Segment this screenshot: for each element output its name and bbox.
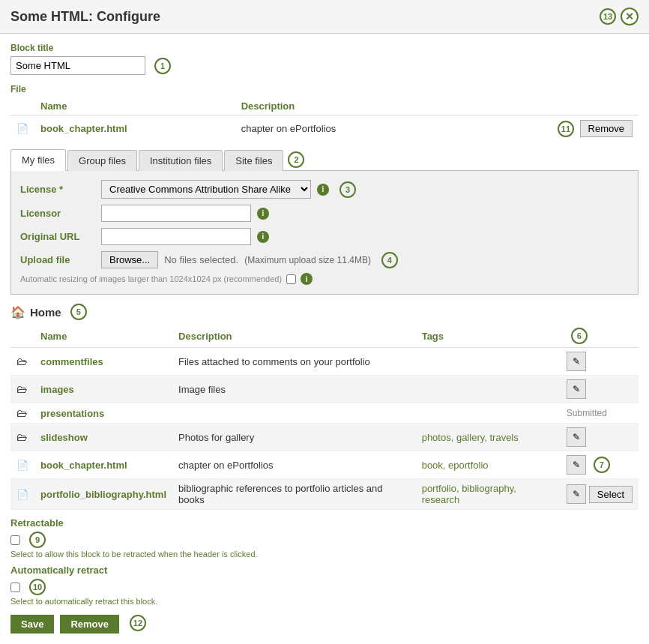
file-type-cell	[10, 424, 34, 451]
current-file-desc: chapter on ePortfolios	[235, 115, 453, 142]
max-upload-text: (Maximum upload size 11.4MB)	[244, 255, 371, 265]
license-label: License	[20, 184, 95, 195]
file-table: Name Description book_chapter.html chapt…	[10, 97, 639, 142]
dialog-title: Some HTML: Configure	[10, 9, 160, 25]
file-tags-cell	[416, 376, 561, 403]
file-actions-cell: ✎	[561, 424, 639, 451]
file-desc-cell: bibliographic references to portfolio ar…	[172, 479, 416, 510]
licensor-input[interactable]	[101, 205, 251, 222]
home-title: Home	[30, 306, 61, 319]
folder-icon	[16, 408, 27, 419]
original-url-row: Original URL i	[20, 228, 629, 245]
auto-resize-text: Automatic resizing of images larger than…	[20, 274, 282, 283]
current-file-row: book_chapter.html chapter on ePortfolios…	[10, 115, 639, 142]
retractable-check-row: 9	[10, 532, 639, 548]
pencil-icon: ✎	[573, 356, 580, 367]
select-button[interactable]: Select	[589, 486, 633, 503]
auto-retract-desc: Select to automatically retract this blo…	[10, 597, 639, 606]
file-tags: photos, gallery, travels	[422, 432, 519, 443]
file-actions-cell: Submitted	[561, 403, 639, 424]
tab-institution-files[interactable]: Institution files	[139, 150, 223, 171]
close-button[interactable]: ✕	[621, 7, 639, 25]
edit-button[interactable]: ✎	[567, 427, 586, 447]
file-actions-cell: ✎Select	[561, 479, 639, 510]
file-tags: book, eportfolio	[422, 460, 489, 471]
file-section-label: File	[10, 84, 639, 94]
no-files-text: No files selected.	[164, 254, 238, 265]
dialog-badge: 13	[600, 8, 616, 25]
home-section: 🏠 Home 5 Name Description Tags 6	[10, 304, 639, 510]
retractable-checkbox[interactable]	[10, 535, 20, 545]
remove-button[interactable]: Remove	[60, 615, 119, 634]
files-table: Name Description Tags 6 commentfiles Fil…	[10, 325, 639, 510]
file-link[interactable]: presentations	[40, 408, 104, 419]
footer-badge: 12	[130, 615, 146, 631]
type-col	[10, 325, 34, 348]
block-title-label: Block title	[10, 43, 639, 53]
table-row: portfolio_bibliography.html bibliographi…	[10, 479, 639, 510]
file-link[interactable]: book_chapter.html	[40, 460, 127, 471]
table-row: slideshow Photos for gallery photos, gal…	[10, 424, 639, 451]
tab-site-files[interactable]: Site files	[224, 150, 283, 171]
dialog-body: Block title 1 File Name Description	[0, 34, 649, 643]
edit-button[interactable]: ✎	[567, 352, 586, 371]
licensor-label: Licensor	[20, 208, 95, 219]
table-row: images Image files ✎	[10, 376, 639, 403]
retractable-desc: Select to allow this block to be retract…	[10, 550, 639, 559]
browse-button[interactable]: Browse...	[101, 251, 158, 268]
edit-button[interactable]: ✎	[567, 379, 586, 399]
save-button[interactable]: Save	[10, 615, 54, 634]
retractable-label: Retractable	[10, 517, 639, 529]
original-url-input[interactable]	[101, 228, 251, 245]
submitted-badge: Submitted	[567, 408, 607, 418]
auto-resize-row: Automatic resizing of images larger than…	[20, 273, 629, 285]
remove-badge: 11	[558, 121, 574, 137]
file-link[interactable]: commentfiles	[40, 356, 103, 367]
file-name-cell: presentations	[34, 403, 172, 424]
auto-retract-badge: 10	[29, 579, 46, 595]
file-type-cell	[10, 376, 34, 403]
file-badge: 7	[594, 457, 610, 473]
license-select[interactable]: Creative Commons Attribution Share Alike…	[101, 180, 311, 199]
license-row: License Creative Commons Attribution Sha…	[20, 180, 629, 199]
file-type-cell	[10, 348, 34, 376]
dialog-header: Some HTML: Configure 13 ✕	[0, 0, 649, 34]
file-link[interactable]: images	[40, 384, 74, 395]
file-tags-cell: portfolio, bibliography, research	[416, 479, 561, 510]
file-actions-cell: ✎	[561, 376, 639, 403]
table-row: presentations Submitted	[10, 403, 639, 424]
auto-resize-checkbox[interactable]	[286, 274, 296, 284]
block-title-badge: 1	[154, 58, 171, 74]
file-tags: portfolio, bibliography, research	[422, 483, 516, 505]
file-section: File Name Description book_chapter.html …	[10, 84, 639, 142]
folder-icon	[16, 356, 27, 367]
name-header: Name	[34, 325, 172, 348]
table-row: book_chapter.html chapter on ePortfolios…	[10, 451, 639, 479]
table-row: commentfiles Files attached to comments …	[10, 348, 639, 376]
file-link[interactable]: portfolio_bibliography.html	[40, 489, 166, 500]
file-actions-cell: ✎	[561, 348, 639, 376]
file-name-header: Name	[34, 97, 235, 115]
edit-button[interactable]: ✎	[567, 484, 586, 504]
file-actions-cell: ✎7	[561, 451, 639, 479]
file-desc-cell	[172, 403, 416, 424]
tab-group-files[interactable]: Group files	[67, 150, 137, 171]
upload-label: Upload file	[20, 254, 95, 265]
file-link[interactable]: slideshow	[40, 432, 88, 443]
tags-header: Tags	[416, 325, 561, 348]
file-name-cell: slideshow	[34, 424, 172, 451]
upload-row: Upload file Browse... No files selected.…	[20, 251, 629, 268]
original-url-label: Original URL	[20, 231, 95, 242]
file-remove-button[interactable]: Remove	[580, 120, 633, 137]
pencil-icon: ✎	[573, 460, 580, 470]
auto-resize-info-icon: i	[301, 273, 313, 285]
block-title-input[interactable]	[10, 56, 145, 75]
tab-my-files[interactable]: My files	[10, 149, 66, 171]
actions-header: 6	[561, 325, 639, 348]
edit-button[interactable]: ✎	[567, 455, 586, 475]
auto-retract-checkbox[interactable]	[10, 583, 20, 592]
tab-content: License Creative Commons Attribution Sha…	[10, 170, 639, 295]
retractable-badge: 9	[29, 532, 46, 548]
file-desc-cell: Files attached to comments on your portf…	[172, 348, 416, 376]
current-file-actions: 11 Remove	[453, 115, 639, 142]
